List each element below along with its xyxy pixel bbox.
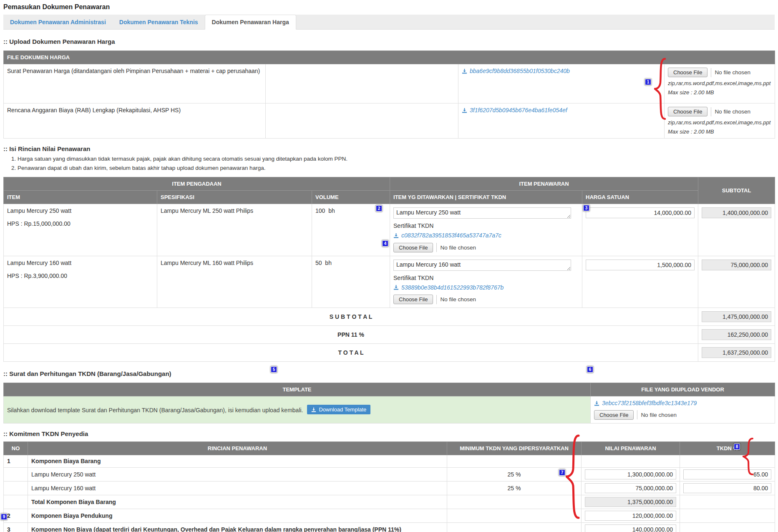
tkdn-persen-input[interactable] [683,469,771,479]
file-input[interactable]: Choose File No file chosen [668,68,750,77]
komitmen-tkdn-table: NO RINCIAN PENAWARAN MINIMUM TKDN YANG D… [3,441,775,532]
nilai-penawaran-input[interactable] [585,483,676,493]
harga-satuan-cell [582,256,698,308]
summary-value-cell: 162,250,000.00 [698,326,775,344]
table-row: Total Komponen Biaya Barang 1,375,000,00… [4,495,775,509]
annotation-brace-nilai-penawaran [566,434,581,519]
summary-value-readonly: 1,475,000,000.00 [702,311,771,322]
template-instruction-cell: Silahkan download template Surat dan Per… [4,396,591,424]
table-row: Lampu Mercury 160 watt 25 % [4,481,775,495]
sertifikat-tkdn-label: Sertifikat TKDN [393,275,579,281]
harga-satuan-input[interactable] [586,260,695,270]
summary-row: T O T A L 1,637,250,000.00 [4,344,775,362]
sertifikat-file-link[interactable]: 53889b0e38b4d161522993b782f8767b [393,284,504,291]
vendor-uploaded-file-link[interactable]: 3ebcc73f2158bfef3fbdfe3c1343e179 [594,400,697,406]
subtotal-readonly: 1,400,000,000.00 [702,207,771,218]
max-size-hint: Max size : 2.00 MB [668,89,771,96]
table-row: Lampu Mercury 250 watt 25 % [4,467,775,481]
page: Pemasukan Dokumen Penawaran Dokumen Pena… [0,0,778,532]
table-row: 1 Komponen Biaya Barang [4,455,775,467]
file-input[interactable]: Choose File No file chosen [594,410,677,420]
column-header-minimum-tkdn: MINIMUM TKDN YANG DIPERSYARATKAN [447,441,582,455]
choose-file-button[interactable]: Choose File [668,107,708,116]
note-item: Penawaran dapat di ubah dan kirim, sebel… [18,165,775,171]
minimum-cell: 25 % [447,481,582,495]
empty-cell [266,103,458,139]
file-status-text: No file chosen [715,108,750,115]
file-input[interactable]: Choose File No file chosen [393,295,476,304]
item-ditawarkan-cell: Lampu Mercury 250 watt Sertifikat TKDN c… [390,204,582,256]
column-header-nilai-penawaran: NILAI PENAWARAN [582,441,680,455]
item-name: Lampu Mercury 250 watt [7,207,154,214]
summary-value-cell: 1,475,000,000.00 [698,308,775,326]
sertifikat-file-link[interactable]: c0832f782a3951853f465a53747a7a7c [393,232,501,239]
uploaded-file-link[interactable]: bba6e9cf9b8dd36855b01f0530bc240b [462,68,570,74]
harga-satuan-cell [582,204,698,256]
offered-item-textarea[interactable]: Lampu Mercury 250 watt [393,207,571,219]
max-size-hint: Max size : 2.00 MB [668,129,771,135]
minimum-cell [447,522,582,532]
annotation-brace-upload [654,58,667,120]
download-icon [311,407,316,412]
column-header-rincian: RINCIAN PENAWARAN [28,441,447,455]
harga-satuan-input[interactable] [586,207,695,218]
rincian-cell: Lampu Mercury 250 watt [28,467,447,481]
no-cell: 2 [4,509,28,522]
summary-label: PPN 11 % [4,326,698,344]
column-header-vendor-file: FILE YANG DIUPLOAD VENDOR [591,383,775,396]
tkdn-cell [680,509,775,522]
annotation-brace-tkdn-persen [743,437,754,476]
group-header-item-penawaran: ITEM PENAWARAN [390,177,698,191]
tab-dokumen-penawaran-harga[interactable]: Dokumen Penawaran Harga [205,15,296,30]
column-header-item: ITEM [4,191,157,204]
uploaded-file-link[interactable]: 3f1f6207d5b0945b676e4ba61fe054ef [462,107,567,113]
column-header-item-ditawarkan: ITEM YG DITAWARKAN | SERTIFIKAT TKDN [390,191,582,204]
annotation-badge-7: 7 [559,469,565,476]
spesifikasi-cell: Lampu Mercury ML 160 watt Philips [157,256,312,308]
annotation-badge-2: 2 [376,205,382,212]
offered-item-textarea[interactable]: Lampu Mercury 160 watt [393,260,571,271]
choose-file-button[interactable]: Choose File [594,410,634,420]
no-cell [4,467,28,481]
annotation-badge-8: 8 [734,444,740,450]
divider [711,107,711,116]
nilai-penawaran-input[interactable] [585,511,676,521]
group-header-item-pengadaan: ITEM PENGADAAN [4,177,390,191]
item-name: Lampu Mercury 160 watt [7,260,154,266]
nilai-penawaran-input[interactable] [585,524,676,532]
rincian-cell: Komponen Biaya Pendukung [28,509,447,522]
tkdn-persen-input[interactable] [683,483,771,493]
download-template-button[interactable]: Download Template [307,405,370,414]
tkdn-cell [680,522,775,532]
tab-bar: Dokumen Penawaran Administrasi Dokumen P… [3,15,775,30]
table-row: Silahkan download template Surat dan Per… [4,396,775,424]
column-header-volume: VOLUME [312,191,390,204]
choose-file-button[interactable]: Choose File [668,68,708,77]
divider [436,295,437,304]
column-header-template: TEMPLATE [4,383,591,396]
nilai-cell [582,455,680,467]
file-status-text: No file chosen [440,245,476,251]
choose-file-button[interactable]: Choose File [393,295,433,304]
subtotal-cell: 1,400,000,000.00 [698,204,775,256]
choose-file-button[interactable]: Choose File [393,243,433,252]
table-row: Lampu Mercury 250 watt HPS : Rp.15,000,0… [4,204,775,256]
tkdn-template-table: TEMPLATE FILE YANG DIUPLOAD VENDOR Silah… [3,383,775,424]
tab-dokumen-penawaran-administrasi[interactable]: Dokumen Penawaran Administrasi [3,15,113,29]
volume-cell: 50 bh [312,256,390,308]
tkdn-cell [680,481,775,495]
download-icon [393,233,399,238]
summary-value-readonly: 1,637,250,000.00 [702,347,771,358]
nilai-cell [582,467,680,481]
uploaded-file-cell: 3f1f6207d5b0945b676e4ba61fe054ef [458,103,665,139]
rincian-notes: Harga satuan yang dimasukkan tidak terma… [3,156,775,171]
file-input[interactable]: Choose File No file chosen [393,243,476,252]
table-row: 3 Komponen Non Biaya (dapat terdiri dari… [4,522,775,532]
tkdn-cell [680,495,775,509]
file-input[interactable]: Choose File No file chosen [668,107,750,116]
download-icon [462,68,467,74]
tab-dokumen-penawaran-teknis[interactable]: Dokumen Penawaran Teknis [113,15,205,29]
summary-label: S U B T O T A L [4,308,698,326]
nilai-penawaran-input[interactable] [585,469,676,479]
template-instruction: Silahkan download template Surat dan Per… [7,407,303,413]
